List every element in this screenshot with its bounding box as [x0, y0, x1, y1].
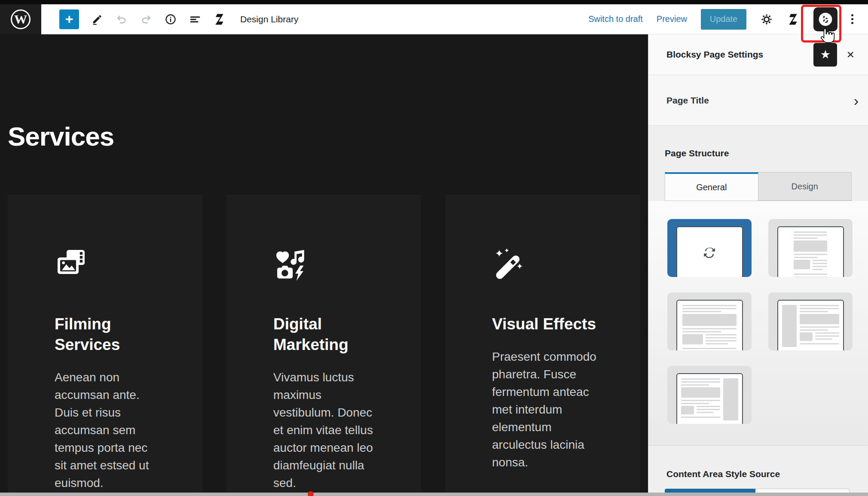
plus-icon: + [65, 11, 73, 27]
toolbar-right-group: Switch to draft Preview Update [588, 7, 868, 31]
structure-option-narrow-width[interactable] [768, 219, 853, 277]
blocksy-settings-button[interactable]: b [813, 7, 837, 31]
favorite-button[interactable]: ★ [813, 43, 837, 67]
video-progress-bar[interactable] [0, 493, 868, 496]
structure-option-left-sidebar[interactable] [768, 292, 853, 350]
design-library-label[interactable]: Design Library [240, 14, 298, 24]
page-structure-options [667, 219, 852, 424]
panel-header: Blocksy Page Settings ★ × [648, 34, 868, 75]
page-structure-label: Page Structure [665, 148, 852, 158]
video-playhead[interactable] [308, 491, 314, 496]
page-title-label: Page Title [666, 95, 854, 106]
structure-tab-content [648, 201, 868, 445]
stackable-icon [787, 13, 800, 26]
sidebar-left-bar [782, 305, 797, 347]
toolbar-left-group: + [41, 9, 298, 29]
list-view-icon [189, 13, 202, 26]
top-letterbox [0, 0, 868, 4]
tab-design[interactable]: Design [758, 172, 852, 201]
refresh-icon [702, 245, 717, 260]
card-title[interactable]: Filming Services [55, 314, 166, 355]
page-structure-section: Page Structure General Design [648, 148, 868, 496]
page-title-row[interactable]: Page Title › [648, 75, 868, 126]
service-card-filming[interactable]: Filming Services Aenean non accumsan ant… [8, 195, 202, 493]
gear-icon [760, 12, 773, 26]
card-title[interactable]: Visual Effects [492, 314, 604, 335]
pencil-icon [91, 13, 103, 25]
content-area-style-source-label: Content Area Style Source [666, 469, 852, 479]
editor-toolbar: W + [0, 4, 868, 34]
magic-wand-icon [492, 247, 528, 283]
design-library-button[interactable] [213, 13, 226, 26]
preview-link[interactable]: Preview [657, 14, 687, 24]
social-media-icon [273, 247, 309, 283]
editor-canvas: Services Filming Services Aenean non acc… [0, 34, 648, 493]
wordpress-logo-icon: W [11, 9, 31, 29]
page-heading[interactable]: Services [8, 121, 114, 152]
info-icon [164, 13, 177, 26]
service-card-visual-effects[interactable]: Visual Effects Praesent commodo pharetra… [445, 195, 640, 493]
divider [648, 445, 868, 446]
blocksy-settings-panel: Blocksy Page Settings ★ × Page Title › P… [648, 34, 868, 493]
structure-option-right-sidebar[interactable] [667, 366, 752, 424]
film-photo-icon [55, 247, 91, 283]
undo-icon [115, 13, 128, 26]
card-body[interactable]: Praesent commodo pharetra. Fusce ferment… [492, 348, 605, 471]
settings-button[interactable] [760, 13, 773, 26]
chevron-right-icon: › [854, 93, 859, 108]
options-menu-button[interactable] [851, 14, 853, 24]
service-card-digital-marketing[interactable]: Digital Marketing Vivamus luctus maximus… [226, 195, 421, 493]
stackable-icon [213, 13, 226, 26]
panel-title: Blocksy Page Settings [666, 49, 807, 60]
wordpress-menu-button[interactable]: W [0, 4, 41, 34]
structure-option-normal-width[interactable] [667, 292, 752, 350]
switch-to-draft-link[interactable]: Switch to draft [588, 14, 643, 24]
redo-button[interactable] [140, 13, 153, 26]
close-icon: × [847, 47, 854, 61]
structure-option-inherit-customizer[interactable] [667, 219, 752, 277]
stackable-settings-button[interactable] [787, 13, 800, 26]
add-block-button[interactable]: + [59, 9, 79, 29]
structure-tabs: General Design [665, 172, 852, 201]
card-body[interactable]: Vivamus luctus maximus vestibulum. Donec… [273, 368, 386, 492]
close-panel-button[interactable]: × [844, 48, 857, 61]
undo-button[interactable] [115, 13, 128, 26]
star-icon: ★ [820, 48, 831, 61]
blocksy-icon: b [817, 11, 834, 28]
update-button[interactable]: Update [701, 9, 746, 30]
redo-icon [140, 13, 153, 26]
card-body[interactable]: Aenean non accumsan ante. Duis et risus … [55, 368, 167, 492]
card-title[interactable]: Digital Marketing [273, 314, 385, 355]
sidebar-right-bar [723, 378, 738, 420]
details-button[interactable] [164, 13, 177, 26]
list-view-button[interactable] [189, 13, 202, 26]
tab-general[interactable]: General [665, 172, 758, 201]
edit-tool-button[interactable] [91, 13, 104, 26]
